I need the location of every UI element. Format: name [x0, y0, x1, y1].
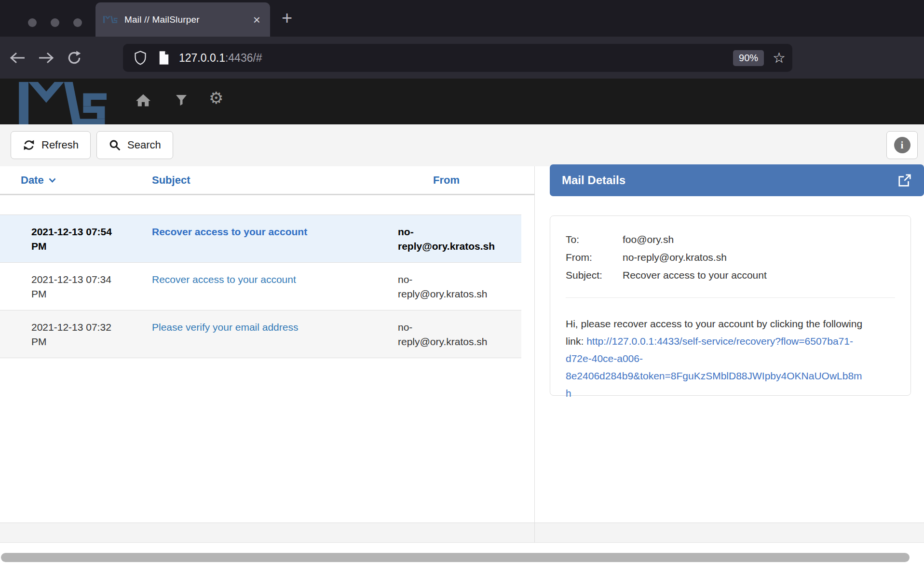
mail-subject-link[interactable]: Recover access to your account: [152, 274, 296, 285]
column-header-date[interactable]: Date: [0, 174, 128, 187]
address-bar[interactable]: 127.0.0.1:4436/# 90% ☆: [123, 44, 792, 72]
reload-icon: [67, 50, 82, 66]
bookmark-star-icon[interactable]: ☆: [773, 51, 786, 65]
forward-button[interactable]: [36, 47, 57, 68]
horizontal-scrollbar-thumb[interactable]: [1, 553, 910, 562]
panel-divider: [534, 166, 535, 542]
shield-icon[interactable]: [134, 50, 147, 66]
tab-close-icon[interactable]: ×: [251, 13, 262, 26]
home-icon: [136, 93, 150, 107]
to-label: To:: [566, 230, 623, 248]
mail-date: 2021-12-13 07:54 PM: [0, 215, 128, 262]
reload-button[interactable]: [64, 47, 85, 68]
sort-chevron-down-icon: [49, 178, 56, 183]
mailslurper-favicon: [103, 16, 118, 23]
new-tab-button[interactable]: +: [282, 9, 292, 27]
mailslurper-navbar: ⚙: [0, 79, 924, 124]
filter-icon: [176, 94, 187, 106]
from-label: From:: [566, 248, 623, 266]
info-button[interactable]: i: [886, 131, 918, 159]
browser-toolbar: 127.0.0.1:4436/# 90% ☆ »: [0, 37, 924, 79]
info-icon: i: [894, 137, 910, 153]
mail-list: Date Subject From 2021-12-13 07:54 PM Re…: [0, 166, 534, 358]
mail-from: no-reply@ory.kratos.sh: [397, 263, 521, 310]
subject-value: Recover access to your account: [623, 266, 895, 284]
window-controls[interactable]: [28, 18, 82, 27]
mail-row[interactable]: 2021-12-13 07:34 PM Recover access to yo…: [0, 262, 521, 310]
app-toolbar: Refresh Search i: [0, 124, 924, 166]
from-value: no-reply@ory.kratos.sh: [623, 248, 895, 266]
search-button[interactable]: Search: [96, 131, 173, 159]
filter-nav-button[interactable]: [176, 94, 187, 106]
browser-window: Mail // MailSlurper × +: [0, 0, 924, 564]
mail-from: no-reply@ory.kratos.sh: [397, 215, 521, 262]
column-header-from: From: [397, 174, 534, 187]
mail-from: no-reply@ory.kratos.sh: [397, 310, 521, 358]
mail-rows: 2021-12-13 07:54 PM Recover access to yo…: [0, 215, 521, 358]
search-label: Search: [127, 139, 161, 151]
horizontal-scrollbar-track: [0, 542, 924, 564]
mail-body: Hi, please recover access to your accoun…: [566, 315, 865, 402]
detail-from-row: From: no-reply@ory.kratos.sh: [566, 248, 895, 266]
page-icon[interactable]: [158, 51, 170, 65]
browser-tab-bar: Mail // MailSlurper × +: [0, 0, 924, 37]
detail-subject-row: Subject: Recover access to your account: [566, 266, 895, 284]
mail-details-title: Mail Details: [562, 174, 897, 187]
url-host: 127.0.0.1: [179, 52, 225, 64]
subject-label: Subject:: [566, 266, 623, 284]
to-value: foo@ory.sh: [623, 230, 895, 248]
forward-arrow-icon: [38, 52, 54, 64]
recovery-link[interactable]: http://127.0.0.1:4433/self-service/recov…: [566, 336, 862, 399]
url-text: 127.0.0.1:4436/#: [179, 52, 262, 65]
mail-row[interactable]: 2021-12-13 07:32 PM Please verify your e…: [0, 310, 521, 358]
settings-nav-button[interactable]: ⚙: [209, 90, 223, 106]
mailslurper-logo: [17, 82, 109, 125]
page-footer-gap: [0, 524, 924, 542]
home-nav-button[interactable]: [136, 93, 150, 107]
gear-icon: ⚙: [209, 89, 223, 107]
url-port-path: :4436/#: [225, 52, 262, 64]
back-button[interactable]: [7, 47, 28, 68]
search-icon: [109, 139, 121, 151]
mail-subject-link[interactable]: Recover access to your account: [152, 226, 307, 237]
mail-list-header: Date Subject From: [0, 166, 534, 195]
open-external-icon[interactable]: [897, 173, 912, 188]
window-control-dot[interactable]: [51, 18, 59, 27]
tab-title: Mail // MailSlurper: [124, 14, 251, 25]
mail-date: 2021-12-13 07:34 PM: [0, 263, 128, 310]
mail-row[interactable]: 2021-12-13 07:54 PM Recover access to yo…: [0, 215, 521, 262]
back-arrow-icon: [9, 52, 26, 64]
column-header-subject: Subject: [128, 174, 397, 187]
refresh-label: Refresh: [41, 139, 79, 151]
browser-tab[interactable]: Mail // MailSlurper ×: [95, 2, 270, 37]
details-divider: [566, 297, 895, 298]
mail-subject-link[interactable]: Please verify your email address: [152, 322, 298, 333]
window-control-dot[interactable]: [28, 18, 37, 27]
window-control-dot[interactable]: [73, 18, 82, 27]
mail-details-header: Mail Details: [550, 164, 924, 196]
mail-details-card: To: foo@ory.sh From: no-reply@ory.kratos…: [550, 215, 911, 396]
refresh-icon: [23, 139, 35, 151]
zoom-level-badge[interactable]: 90%: [733, 50, 764, 66]
mail-date: 2021-12-13 07:32 PM: [0, 310, 128, 358]
detail-to-row: To: foo@ory.sh: [566, 230, 895, 248]
refresh-button[interactable]: Refresh: [11, 131, 91, 159]
